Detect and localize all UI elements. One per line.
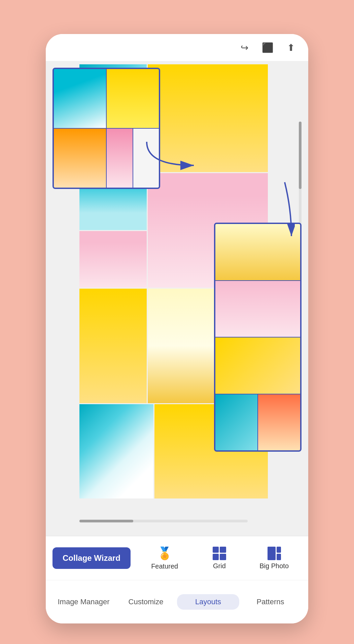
main-cell-woman-row3[interactable] bbox=[79, 289, 147, 403]
sc-br-surf-popsicle bbox=[215, 394, 300, 451]
main-col-left bbox=[79, 173, 147, 288]
main-cell-surf-row4[interactable] bbox=[79, 404, 153, 498]
sc-cell-surf bbox=[54, 69, 106, 128]
sc-br-man bbox=[215, 281, 300, 337]
sc-br-lemon bbox=[215, 224, 300, 280]
featured-icon: 🏅 bbox=[157, 546, 172, 560]
horizontal-scrollbar[interactable] bbox=[79, 520, 248, 522]
nav-featured-label: Featured bbox=[151, 562, 178, 570]
tab-customize[interactable]: Customize bbox=[115, 594, 177, 610]
horizontal-scrollbar-thumb[interactable] bbox=[79, 520, 133, 522]
bigphoto-icon bbox=[268, 547, 281, 560]
sc-cell-yellow bbox=[107, 69, 159, 128]
vertical-scrollbar-thumb[interactable] bbox=[299, 122, 302, 189]
sc-white bbox=[133, 129, 159, 188]
sc-pink bbox=[107, 129, 133, 188]
bottom-navigation: Collage Wizard 🏅 Featured Grid Big Photo bbox=[46, 536, 308, 623]
tab-image-manager[interactable]: Image Manager bbox=[52, 594, 115, 610]
main-cell-man-small[interactable] bbox=[79, 231, 147, 288]
nav-grid-label: Grid bbox=[213, 562, 226, 570]
nav-item-featured[interactable]: 🏅 Featured bbox=[137, 543, 192, 574]
sc-cell-grid bbox=[107, 129, 159, 188]
nav-item-grid[interactable]: Grid bbox=[192, 543, 247, 573]
redo-button[interactable]: ↪ bbox=[241, 42, 248, 53]
nav-tabs: Image Manager Customize Layouts Patterns bbox=[46, 580, 308, 623]
share-button[interactable]: ⬆ bbox=[287, 42, 295, 53]
phone-frame: ↪ ⬛ ⬆ bbox=[46, 34, 308, 623]
small-collage-topleft[interactable] bbox=[52, 68, 160, 189]
tab-layouts[interactable]: Layouts bbox=[177, 594, 239, 610]
collage-area bbox=[46, 61, 308, 536]
nav-item-bigphoto[interactable]: Big Photo bbox=[247, 543, 302, 573]
toolbar: ↪ ⬛ ⬆ bbox=[46, 34, 308, 61]
frame-button[interactable]: ⬛ bbox=[262, 42, 274, 53]
tab-patterns[interactable]: Patterns bbox=[239, 594, 302, 610]
nav-bigphoto-label: Big Photo bbox=[259, 562, 289, 570]
sc-cell-orange bbox=[54, 129, 106, 188]
nav-top: Collage Wizard 🏅 Featured Grid Big Photo bbox=[46, 536, 308, 580]
grid-icon bbox=[213, 547, 226, 560]
collage-wizard-button[interactable]: Collage Wizard bbox=[52, 547, 131, 569]
main-cell-yellow-woman[interactable] bbox=[148, 64, 268, 172]
small-collage-bottomright[interactable] bbox=[214, 223, 302, 452]
sc-br-woman-rabbit bbox=[215, 337, 300, 394]
